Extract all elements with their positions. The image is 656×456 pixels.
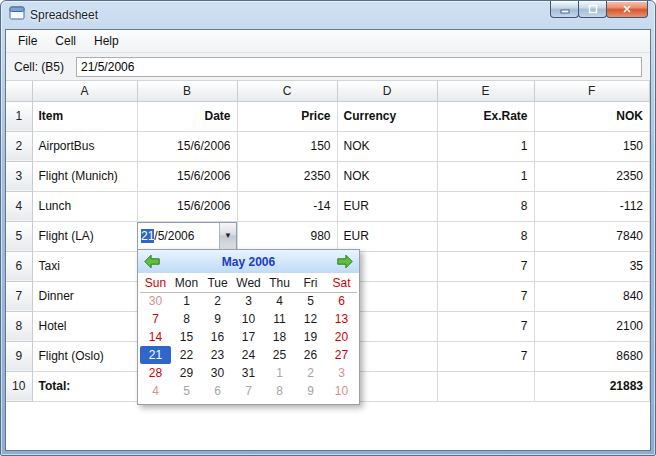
cell-A9[interactable]: Flight (Oslo) [32, 341, 137, 371]
cell-E5[interactable]: 8 [437, 221, 534, 251]
row-header-8[interactable]: 8 [6, 311, 32, 341]
row-header-9[interactable]: 9 [6, 341, 32, 371]
cell-C4[interactable]: -14 [237, 191, 337, 221]
cell-A8[interactable]: Hotel [32, 311, 137, 341]
cell-C3[interactable]: 2350 [237, 161, 337, 191]
row-header-3[interactable]: 3 [6, 161, 32, 191]
calendar-day[interactable]: 17 [233, 328, 264, 346]
cell-E2[interactable]: 1 [437, 131, 534, 161]
cell-C5[interactable]: 980 [237, 221, 337, 251]
calendar-day[interactable]: 10 [233, 310, 264, 328]
cell-F3[interactable]: 2350 [534, 161, 650, 191]
calendar-day[interactable]: 3 [326, 364, 357, 382]
calendar-day[interactable]: 13 [326, 310, 357, 328]
row-header-2[interactable]: 2 [6, 131, 32, 161]
row-header-10[interactable]: 10 [6, 371, 32, 401]
calendar-day[interactable]: 19 [295, 328, 326, 346]
cell-A4[interactable]: Lunch [32, 191, 137, 221]
calendar-day[interactable]: 29 [171, 364, 202, 382]
calendar-day[interactable]: 3 [233, 292, 264, 310]
calendar-day[interactable]: 31 [233, 364, 264, 382]
cell-F10[interactable]: 21883 [534, 371, 650, 401]
close-button[interactable] [606, 1, 648, 18]
cell-F2[interactable]: 150 [534, 131, 650, 161]
maximize-button[interactable] [578, 1, 607, 18]
calendar-day[interactable]: 1 [171, 292, 202, 310]
calendar-day[interactable]: 26 [295, 346, 326, 364]
next-month-button[interactable] [336, 254, 354, 269]
calendar-day[interactable]: 9 [295, 382, 326, 400]
minimize-button[interactable] [550, 1, 579, 18]
row-header-4[interactable]: 4 [6, 191, 32, 221]
calendar-day[interactable]: 6 [202, 382, 233, 400]
calendar-day[interactable]: 28 [140, 364, 171, 382]
calendar-day[interactable]: 11 [264, 310, 295, 328]
calendar-day[interactable]: 7 [140, 310, 171, 328]
calendar-day[interactable]: 4 [140, 382, 171, 400]
calendar-day[interactable]: 18 [264, 328, 295, 346]
calendar-day[interactable]: 16 [202, 328, 233, 346]
calendar-day[interactable]: 9 [202, 310, 233, 328]
cell-A2[interactable]: AirportBus [32, 131, 137, 161]
row-header-5[interactable]: 5 [6, 221, 32, 251]
cell-E8[interactable]: 7 [437, 311, 534, 341]
cell-E3[interactable]: 1 [437, 161, 534, 191]
prev-month-button[interactable] [143, 254, 161, 269]
row-header-7[interactable]: 7 [6, 281, 32, 311]
cell-E6[interactable]: 7 [437, 251, 534, 281]
cell-F6[interactable]: 35 [534, 251, 650, 281]
col-header-F[interactable]: F [534, 81, 650, 101]
cell-B2[interactable]: 15/6/2006 [137, 131, 237, 161]
calendar-day[interactable]: 5 [295, 292, 326, 310]
cell-F8[interactable]: 2100 [534, 311, 650, 341]
cell-F1[interactable]: NOK [534, 101, 650, 131]
date-editor[interactable]: 21/5/2006 ▼ [137, 222, 237, 250]
cell-F5[interactable]: 7840 [534, 221, 650, 251]
cell-D5[interactable]: EUR [337, 221, 437, 251]
col-header-A[interactable]: A [32, 81, 137, 101]
menu-help[interactable]: Help [85, 31, 128, 51]
cell-E1[interactable]: Ex.Rate [437, 101, 534, 131]
calendar-day[interactable]: 5 [171, 382, 202, 400]
cell-E10[interactable] [437, 371, 534, 401]
col-header-D[interactable]: D [337, 81, 437, 101]
date-editor-dropdown-button[interactable]: ▼ [219, 223, 236, 249]
calendar-day[interactable]: 2 [295, 364, 326, 382]
cell-A10[interactable]: Total: [32, 371, 137, 401]
calendar-day[interactable]: 1 [264, 364, 295, 382]
calendar-day[interactable]: 10 [326, 382, 357, 400]
cell-A1[interactable]: Item [32, 101, 137, 131]
calendar-day[interactable]: 6 [326, 292, 357, 310]
cell-D1[interactable]: Currency [337, 101, 437, 131]
cell-F9[interactable]: 8680 [534, 341, 650, 371]
cell-C1[interactable]: Price [237, 101, 337, 131]
col-header-E[interactable]: E [437, 81, 534, 101]
calendar-day[interactable]: 21 [140, 346, 171, 364]
cell-D2[interactable]: NOK [337, 131, 437, 161]
calendar-day[interactable]: 25 [264, 346, 295, 364]
cell-A3[interactable]: Flight (Munich) [32, 161, 137, 191]
calendar-day[interactable]: 15 [171, 328, 202, 346]
calendar-day[interactable]: 30 [140, 292, 171, 310]
title-bar[interactable]: Spreadsheet [1, 1, 655, 28]
corner-header[interactable] [6, 81, 32, 101]
calendar-day[interactable]: 8 [264, 382, 295, 400]
col-header-C[interactable]: C [237, 81, 337, 101]
cell-B1[interactable]: Date [137, 101, 237, 131]
cell-D3[interactable]: NOK [337, 161, 437, 191]
row-header-1[interactable]: 1 [6, 101, 32, 131]
cell-A7[interactable]: Dinner [32, 281, 137, 311]
calendar-day[interactable]: 27 [326, 346, 357, 364]
calendar-day[interactable]: 22 [171, 346, 202, 364]
cell-F7[interactable]: 840 [534, 281, 650, 311]
calendar-day[interactable]: 30 [202, 364, 233, 382]
calendar-day[interactable]: 20 [326, 328, 357, 346]
cell-B3[interactable]: 15/6/2006 [137, 161, 237, 191]
cell-F4[interactable]: -112 [534, 191, 650, 221]
menu-file[interactable]: File [9, 31, 46, 51]
col-header-B[interactable]: B [137, 81, 237, 101]
calendar-day[interactable]: 2 [202, 292, 233, 310]
calendar-day[interactable]: 14 [140, 328, 171, 346]
cell-A5[interactable]: Flight (LA) [32, 221, 137, 251]
calendar-day[interactable]: 12 [295, 310, 326, 328]
